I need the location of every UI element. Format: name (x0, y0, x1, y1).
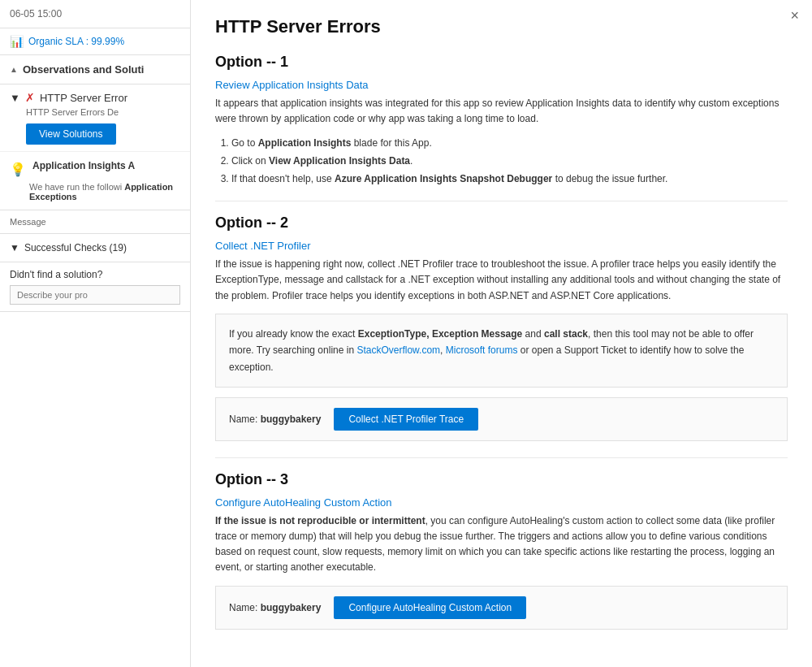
app-insights-title: Application Insights A (32, 160, 135, 171)
option1-step2: Click on View Application Insights Data. (231, 153, 788, 171)
http-error-item: ▼ ✗ HTTP Server Error HTTP Server Errors… (0, 84, 190, 152)
option2-action-row: Name: buggybakery Collect .NET Profiler … (215, 397, 788, 441)
option3-action-row: Name: buggybakery Configure AutoHealing … (215, 586, 788, 630)
option-1-section: Option -- 1 Review Application Insights … (215, 54, 788, 188)
observations-title: Observations and Soluti (23, 63, 145, 76)
option2-title: Option -- 2 (215, 214, 788, 232)
bulb-icon: 💡 (10, 162, 26, 177)
option-2-section: Option -- 2 Collect .NET Profiler If the… (215, 214, 788, 441)
chart-icon: 📊 (10, 35, 24, 48)
left-panel: 06-05 15:00 📊 Organic SLA : 99.99% ▲ Obs… (0, 0, 191, 667)
option3-subtitle: Configure AutoHealing Custom Action (215, 496, 788, 509)
option3-name-value: buggybakery (261, 602, 322, 613)
app-insights-desc: We have run the followi Application Exce… (29, 182, 180, 201)
ai-desc-prefix: We have run the followi (29, 182, 122, 192)
option2-name-label: Name: buggybakery (229, 414, 321, 425)
solution-label: Didn't find a solution? (10, 269, 180, 280)
solution-section: Didn't find a solution? (0, 262, 190, 312)
date-header: 06-05 15:00 (0, 0, 190, 28)
describe-input[interactable] (10, 285, 180, 305)
chevron-down-icon: ▼ (10, 92, 20, 104)
option1-desc: It appears that application insights was… (215, 96, 788, 127)
successful-checks[interactable]: ▼ Successful Checks (19) (0, 234, 190, 262)
message-row: Message (0, 210, 190, 234)
app-insights-section: 💡 Application Insights A We have run the… (0, 152, 190, 210)
observations-section-header[interactable]: ▲ Observations and Soluti (0, 55, 190, 84)
option2-subtitle: Collect .NET Profiler (215, 240, 788, 252)
option3-name-label: Name: buggybakery (229, 602, 321, 613)
option1-subtitle: Review Application Insights Data (215, 79, 788, 91)
option2-name-value: buggybakery (261, 414, 322, 425)
option1-step1: Go to Application Insights blade for thi… (231, 135, 788, 153)
configure-autohealing-button[interactable]: Configure AutoHealing Custom Action (334, 596, 526, 619)
date-text: 06-05 15:00 (10, 8, 62, 19)
sla-bar: 📊 Organic SLA : 99.99% (0, 28, 190, 55)
microsoft-forums-link[interactable]: Microsoft forums (446, 344, 518, 356)
error-circle-icon: ✗ (25, 91, 35, 104)
panel-main-title: HTTP Server Errors (215, 16, 788, 37)
option-3-section: Option -- 3 Configure AutoHealing Custom… (215, 471, 788, 630)
option3-desc: If the issue is not reproducible or inte… (215, 513, 788, 576)
close-button[interactable]: × (790, 8, 799, 23)
http-error-desc: HTTP Server Errors De (26, 107, 180, 117)
view-solutions-button[interactable]: View Solutions (26, 123, 116, 145)
sla-label: Organic SLA : 99.99% (28, 36, 124, 47)
option1-steps: Go to Application Insights blade for thi… (231, 135, 788, 188)
option3-desc-bold: If the issue is not reproducible or inte… (215, 515, 425, 526)
collect-profiler-button[interactable]: Collect .NET Profiler Trace (334, 408, 478, 431)
chevron-down-icon-checks: ▼ (10, 242, 19, 253)
stackoverflow-link[interactable]: StackOverflow.com (356, 344, 440, 356)
message-label: Message (10, 217, 46, 227)
option1-step3: If that doesn't help, use Azure Applicat… (231, 171, 788, 188)
option2-desc: If the issue is happening right now, col… (215, 257, 788, 304)
option2-info-box: If you already know the exact ExceptionT… (215, 314, 788, 388)
option3-title: Option -- 3 (215, 471, 788, 488)
chevron-up-icon: ▲ (10, 65, 18, 74)
right-panel: × HTTP Server Errors Option -- 1 Review … (191, 0, 812, 667)
option1-title: Option -- 1 (215, 54, 788, 71)
http-error-title: HTTP Server Error (40, 92, 127, 104)
checks-label: Successful Checks (19) (24, 242, 127, 253)
